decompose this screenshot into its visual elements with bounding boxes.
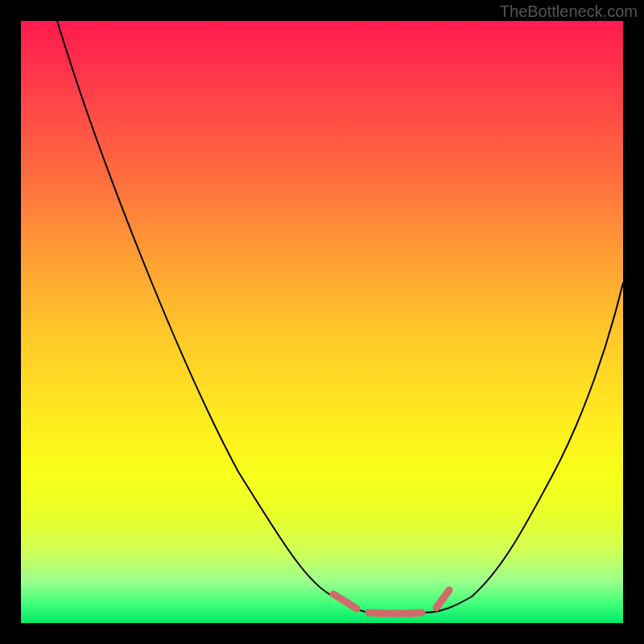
svg-line-7: [443, 590, 449, 599]
chart-svg: [21, 21, 623, 623]
chart-frame: [21, 21, 623, 623]
bottleneck-curve: [57, 21, 623, 613]
watermark-text: TheBottleneck.com: [500, 2, 638, 21]
svg-line-1: [348, 603, 357, 609]
highlight-marker: [333, 590, 449, 613]
svg-line-5: [408, 613, 422, 613]
